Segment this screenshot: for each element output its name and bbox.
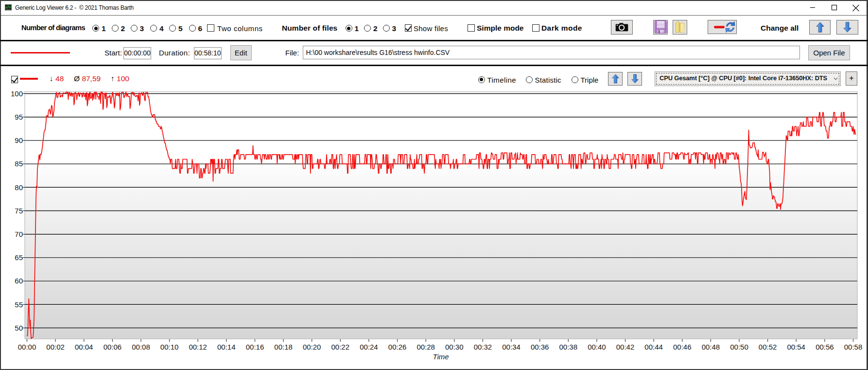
svg-text:75: 75 bbox=[15, 207, 23, 215]
svg-text:00:58: 00:58 bbox=[844, 343, 863, 351]
svg-text:00:16: 00:16 bbox=[246, 343, 264, 351]
svg-text:00:52: 00:52 bbox=[759, 343, 777, 351]
svg-text:00:48: 00:48 bbox=[702, 343, 720, 351]
svg-text:00:04: 00:04 bbox=[75, 343, 93, 351]
svg-text:85: 85 bbox=[15, 159, 23, 168]
svg-text:00:34: 00:34 bbox=[502, 343, 521, 351]
svg-text:00:54: 00:54 bbox=[787, 343, 805, 351]
svg-text:Time: Time bbox=[433, 352, 449, 361]
svg-text:00:12: 00:12 bbox=[189, 343, 207, 351]
svg-text:100: 100 bbox=[11, 89, 23, 98]
svg-text:00:38: 00:38 bbox=[559, 343, 578, 351]
svg-text:00:20: 00:20 bbox=[303, 343, 321, 351]
svg-text:00:46: 00:46 bbox=[673, 343, 692, 351]
svg-text:00:02: 00:02 bbox=[46, 343, 65, 351]
svg-text:00:10: 00:10 bbox=[160, 343, 179, 351]
svg-text:00:32: 00:32 bbox=[474, 343, 492, 351]
svg-text:70: 70 bbox=[15, 230, 23, 238]
svg-text:00:36: 00:36 bbox=[531, 343, 549, 351]
svg-text:50: 50 bbox=[15, 324, 23, 332]
svg-text:00:00: 00:00 bbox=[18, 343, 36, 351]
svg-text:00:44: 00:44 bbox=[644, 343, 663, 351]
svg-text:00:22: 00:22 bbox=[331, 343, 350, 351]
svg-text:55: 55 bbox=[15, 300, 23, 309]
svg-text:90: 90 bbox=[15, 136, 23, 144]
svg-text:00:56: 00:56 bbox=[816, 343, 834, 351]
svg-text:00:28: 00:28 bbox=[417, 343, 435, 351]
svg-text:65: 65 bbox=[15, 253, 23, 262]
svg-text:00:26: 00:26 bbox=[388, 343, 407, 351]
svg-text:80: 80 bbox=[15, 183, 23, 192]
svg-text:95: 95 bbox=[15, 113, 23, 121]
svg-text:00:14: 00:14 bbox=[217, 343, 236, 351]
svg-text:00:18: 00:18 bbox=[274, 343, 293, 351]
svg-text:00:40: 00:40 bbox=[588, 343, 606, 351]
svg-text:00:50: 00:50 bbox=[730, 343, 748, 351]
svg-text:00:24: 00:24 bbox=[360, 343, 378, 351]
svg-text:00:06: 00:06 bbox=[104, 343, 122, 351]
svg-text:00:30: 00:30 bbox=[445, 343, 464, 351]
svg-text:00:42: 00:42 bbox=[616, 343, 635, 351]
svg-text:00:08: 00:08 bbox=[132, 343, 150, 351]
svg-text:60: 60 bbox=[15, 277, 23, 285]
